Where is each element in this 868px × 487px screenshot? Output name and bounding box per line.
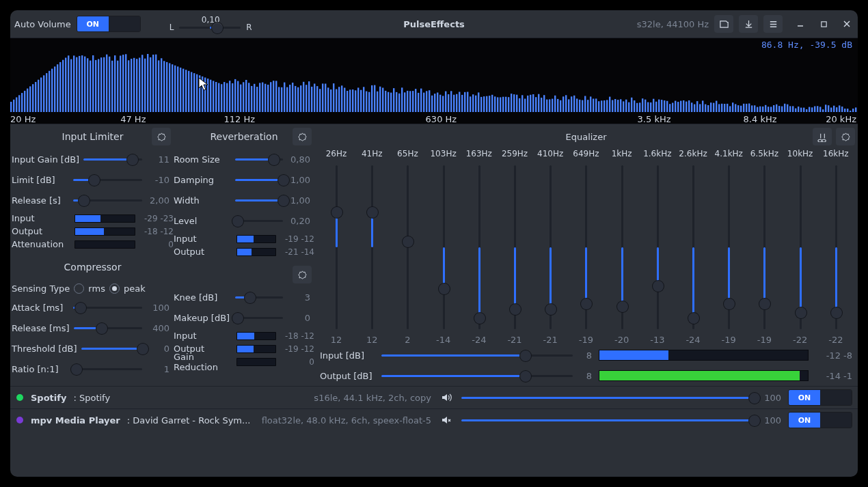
limiter-meter-value: 0 xyxy=(141,240,174,249)
limiter-slider[interactable] xyxy=(73,195,142,206)
svg-rect-270 xyxy=(746,104,747,112)
svg-rect-228 xyxy=(631,98,632,112)
app-volume-slider[interactable] xyxy=(461,392,755,403)
svg-rect-63 xyxy=(180,68,181,112)
eq-band-slider[interactable] xyxy=(438,165,449,329)
svg-rect-169 xyxy=(470,96,471,112)
eq-band-freq: 4.1kHz xyxy=(715,149,743,161)
eq-band-slider[interactable] xyxy=(652,165,663,329)
svg-rect-94 xyxy=(265,84,266,112)
eq-preset-button[interactable] xyxy=(813,128,832,145)
svg-rect-199 xyxy=(552,99,553,112)
app-name: Spotify xyxy=(31,393,66,403)
eq-band: 103Hz-14 xyxy=(426,149,461,345)
reverb-slider[interactable] xyxy=(235,174,283,185)
limiter-slider[interactable] xyxy=(73,174,142,185)
eq-output-meter xyxy=(599,370,809,381)
menu-button[interactable] xyxy=(763,15,783,33)
eq-band-slider[interactable] xyxy=(795,165,806,329)
svg-rect-162 xyxy=(450,91,452,112)
auto-volume-switch[interactable]: ON xyxy=(77,16,141,32)
svg-rect-144 xyxy=(401,87,403,112)
app-format: float32le, 48.0 kHz, 6ch, speex-float-5 xyxy=(262,415,431,426)
reverb-slider[interactable] xyxy=(235,195,283,206)
eq-band-slider[interactable] xyxy=(580,165,591,329)
reverb-meter-label: Output xyxy=(174,247,231,257)
svg-rect-215 xyxy=(595,98,597,112)
reverb-slider[interactable] xyxy=(235,215,283,226)
sensing-peak-radio[interactable]: peak xyxy=(109,283,146,294)
svg-rect-10 xyxy=(35,82,36,112)
svg-rect-233 xyxy=(645,100,646,112)
svg-rect-22 xyxy=(68,55,69,112)
compressor-slider[interactable] xyxy=(81,343,142,354)
limiter-meter-value: -18 -12 xyxy=(141,227,174,236)
svg-rect-73 xyxy=(207,79,208,112)
svg-rect-77 xyxy=(218,83,219,112)
compressor-settings-button[interactable] xyxy=(293,266,312,283)
eq-band-slider[interactable] xyxy=(545,165,556,329)
eq-band-slider[interactable] xyxy=(509,165,520,329)
svg-rect-17 xyxy=(54,66,55,112)
svg-rect-185 xyxy=(513,94,515,112)
app-enable-switch[interactable]: ON xyxy=(788,412,852,428)
sensing-rms-radio[interactable]: rms xyxy=(74,283,105,294)
svg-rect-115 xyxy=(322,83,323,112)
compressor-meter xyxy=(236,345,276,353)
app-enable-switch[interactable]: ON xyxy=(788,389,852,406)
svg-rect-288 xyxy=(795,109,796,112)
eq-band-slider[interactable] xyxy=(402,165,413,329)
compressor-meter-label: Input xyxy=(174,331,231,341)
limiter-settings-button[interactable] xyxy=(152,128,171,145)
eq-band-freq: 649Hz xyxy=(573,149,599,161)
eq-output-slider[interactable] xyxy=(381,370,573,381)
reverb-slider[interactable] xyxy=(235,154,283,165)
svg-rect-227 xyxy=(628,102,629,112)
reverb-settings-button[interactable] xyxy=(293,128,312,145)
compressor-label: Attack [ms] xyxy=(12,303,69,313)
svg-rect-37 xyxy=(109,57,110,112)
eq-settings-button[interactable] xyxy=(836,128,855,145)
eq-input-slider[interactable] xyxy=(381,350,573,361)
compressor-slider[interactable] xyxy=(235,292,283,303)
eq-band-slider[interactable] xyxy=(474,165,485,329)
save-preset-button[interactable] xyxy=(739,15,758,33)
eq-band-slider[interactable] xyxy=(723,165,734,329)
svg-rect-240 xyxy=(664,100,665,112)
svg-rect-92 xyxy=(259,83,260,112)
eq-band-slider[interactable] xyxy=(830,165,841,329)
eq-band-slider[interactable] xyxy=(616,165,627,329)
reverb-label: Damping xyxy=(174,175,231,185)
app-mute-button[interactable] xyxy=(441,415,452,426)
close-button[interactable] xyxy=(840,17,854,31)
svg-rect-213 xyxy=(590,96,591,112)
svg-rect-128 xyxy=(357,87,359,112)
compressor-slider[interactable] xyxy=(74,322,142,333)
maximize-button[interactable] xyxy=(817,17,830,31)
svg-rect-151 xyxy=(420,89,422,112)
svg-rect-264 xyxy=(729,106,731,112)
open-preset-button[interactable] xyxy=(714,15,733,33)
balance-slider[interactable] xyxy=(179,22,241,33)
app-mute-button[interactable] xyxy=(441,392,452,403)
svg-rect-78 xyxy=(221,84,222,112)
eq-band-slider[interactable] xyxy=(688,165,699,329)
svg-rect-167 xyxy=(464,92,465,112)
eq-band-slider[interactable] xyxy=(331,165,342,329)
app-volume-slider[interactable] xyxy=(461,415,755,426)
limiter-slider[interactable] xyxy=(83,154,142,165)
compressor-title: Compressor xyxy=(64,262,122,273)
svg-rect-198 xyxy=(549,99,550,112)
svg-rect-122 xyxy=(341,85,342,112)
compressor-slider[interactable] xyxy=(73,363,142,374)
minimize-button[interactable] xyxy=(794,17,807,31)
eq-band-freq: 16kHz xyxy=(823,149,849,161)
compressor-slider[interactable] xyxy=(73,302,142,313)
eq-band-slider[interactable] xyxy=(366,165,377,329)
svg-rect-100 xyxy=(281,87,282,112)
app-icon xyxy=(16,416,24,424)
reverb-column: Reverberation Room Size0,80Damping1,00Wi… xyxy=(174,124,314,386)
compressor-slider[interactable] xyxy=(235,312,283,323)
svg-rect-173 xyxy=(480,97,482,112)
eq-band-slider[interactable] xyxy=(759,165,770,329)
